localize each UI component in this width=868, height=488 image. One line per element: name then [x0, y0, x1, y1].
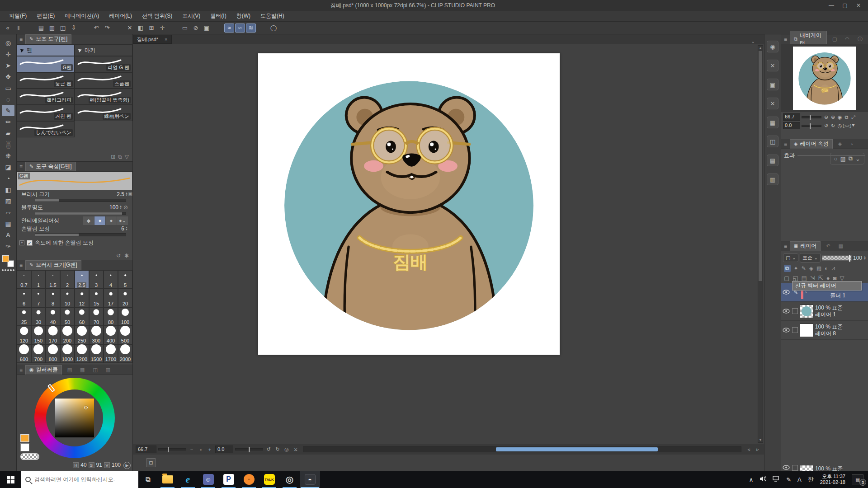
advanced-settings-icon[interactable]: ✱ [124, 253, 129, 259]
menu-item[interactable]: 표시(V) [178, 11, 205, 21]
close-button[interactable]: ✕ [853, 2, 864, 9]
transparent-color-swatch[interactable] [20, 453, 39, 460]
toolbar-icon[interactable]: ∽ [235, 23, 245, 33]
toolbar-icon[interactable]: ⊞ [146, 23, 156, 33]
navigator-rotate-icon[interactable]: ↻ [830, 123, 836, 129]
toolbar-icon[interactable]: ◫ [58, 23, 68, 33]
history-tab-icon[interactable]: ▥ [103, 367, 113, 373]
toolbar-icon[interactable]: ▤ [36, 23, 46, 33]
subtool-item[interactable]: 둥근 펜 [17, 72, 75, 89]
brush-size-cell[interactable]: 0.7 [17, 270, 31, 289]
toolbar-icon[interactable]: ⊘ [191, 23, 201, 33]
sv-marker[interactable] [84, 406, 88, 409]
navigator-zoom-icon[interactable]: ⤢ [850, 114, 857, 120]
brush-size-cell[interactable]: 500 [118, 326, 132, 344]
navigator-rotate-icon[interactable]: ◷ [836, 123, 843, 129]
menu-item[interactable]: 애니메이션(A) [60, 11, 104, 21]
tool-icon[interactable]: ▰ [2, 127, 14, 139]
layer-action-icon[interactable]: ▤ [802, 275, 807, 282]
panel-menu-icon[interactable]: ≡ [784, 141, 787, 147]
effect-icon[interactable]: ⌄ [855, 155, 860, 162]
horizontal-scrollbar[interactable] [303, 446, 741, 452]
maximize-button[interactable]: ▢ [839, 2, 851, 9]
subtool-panel-tab[interactable]: ✎ 보조 도구[펜] [25, 34, 71, 44]
animation-tab-icon[interactable]: ◈ [835, 141, 844, 147]
toolbar-icon[interactable]: « [3, 23, 13, 33]
opacity-setting[interactable]: 불투명도 100 ▲▼ ⊘ [17, 203, 132, 216]
toolbar-icon[interactable]: ⇩ [69, 23, 79, 33]
brush-size-cell[interactable]: 20 [118, 289, 132, 307]
zoom-value[interactable]: 66.7 [136, 446, 156, 453]
brush-size-slider[interactable] [35, 199, 126, 202]
toolbar-icon[interactable]: ✛ [157, 23, 167, 33]
reset-view-icon[interactable]: ◎ [283, 446, 290, 452]
layer-opacity-value[interactable]: 100 [853, 255, 862, 261]
tool-icon[interactable]: ▦ [2, 218, 14, 229]
layer-option-icon[interactable]: ⊿ [831, 265, 836, 272]
brush-size-cell[interactable]: 2.5 [75, 270, 89, 289]
action-center-icon[interactable]: ▤ 3 [852, 474, 863, 484]
brush-size-cell[interactable]: 120 [17, 326, 31, 344]
navigator-rotate-icon[interactable]: ▷◁ [843, 123, 850, 129]
taskbar-app-swirl[interactable]: ◎ [279, 471, 300, 488]
brush-size-cell[interactable]: 12 [75, 289, 89, 307]
spinner-icon[interactable]: ▲▼ [125, 192, 128, 197]
brush-size-cell[interactable]: 10 [60, 289, 75, 307]
layer-select-checkbox[interactable] [792, 327, 798, 333]
tool-icon[interactable]: ✛ [2, 48, 14, 60]
menu-item[interactable]: 파일(F) [5, 11, 31, 21]
brush-size-cell[interactable]: 1200 [75, 344, 89, 363]
collapsed-palette-icon[interactable]: ▤ [767, 155, 778, 166]
subtool-item[interactable]: しんでないペン [17, 121, 75, 137]
tool-icon[interactable]: ▭ [2, 82, 14, 94]
toolbar-icon[interactable]: ▥ [47, 23, 57, 33]
brush-size-cell[interactable]: 6 [17, 289, 31, 307]
scroll-up-icon[interactable]: ▲ [758, 46, 763, 50]
navigator-preview[interactable] [781, 44, 868, 112]
panel-menu-icon[interactable]: ≡ [784, 243, 787, 249]
zoom-reset-icon[interactable]: ▫ [197, 447, 204, 452]
menu-item[interactable]: 편집(E) [32, 11, 59, 21]
subtool-group-tab[interactable]: 마커 [75, 44, 132, 56]
visibility-eye-icon[interactable] [782, 290, 790, 295]
search-input[interactable] [34, 476, 134, 483]
layer-option-icon[interactable]: ◐ [825, 265, 828, 272]
lock-icon[interactable]: ▣ [128, 191, 132, 196]
layer-row-partial[interactable]: 100 % 표준 [781, 465, 868, 471]
information-tab-icon[interactable]: ⓘ [855, 36, 865, 42]
antialias-medium-button[interactable]: ● [106, 216, 117, 225]
hue-marker[interactable] [47, 384, 55, 392]
tool-icon[interactable]: ✎ [2, 105, 14, 116]
color-set-tab-icon[interactable]: ▦ [77, 367, 87, 373]
navigator-zoom-slider[interactable] [802, 116, 821, 118]
subtool-item[interactable]: 거친 펜 [17, 105, 75, 121]
brush-size-cell[interactable]: 50 [60, 307, 75, 326]
panel-menu-icon[interactable]: ≡ [19, 164, 23, 170]
brush-size-cell[interactable]: 700 [31, 344, 46, 363]
flip-view-icon[interactable]: ⧖ [292, 446, 299, 452]
layer-option-icon[interactable]: ⧉ [784, 265, 791, 272]
layer-thumbnail[interactable] [800, 465, 813, 471]
start-button[interactable] [0, 471, 21, 488]
brush-size-cell[interactable]: 250 [75, 326, 89, 344]
ime-mode-korean[interactable]: 한 [808, 475, 814, 483]
opacity-slider[interactable] [35, 212, 126, 215]
layer-option-icon[interactable]: ✎ [802, 265, 806, 272]
brush-size-cell[interactable]: 3 [89, 270, 104, 289]
brush-size-cell[interactable]: 5 [118, 270, 132, 289]
brush-size-cell[interactable]: 15 [89, 289, 104, 307]
brush-size-cell[interactable]: 60 [75, 307, 89, 326]
restore-defaults-icon[interactable]: ↺ [116, 253, 121, 259]
layer-action-icon[interactable]: ◱ [793, 275, 798, 282]
layer-action-icon[interactable]: ▢ [784, 275, 789, 282]
panel-menu-icon[interactable]: ≡ [19, 367, 23, 373]
rotate-right-icon[interactable]: ↻ [274, 446, 281, 452]
taskbar-app-game[interactable]: ꞏꞏ [239, 471, 259, 488]
brush-size-cell[interactable]: 40 [46, 307, 60, 326]
toolbar-icon[interactable]: ▭ [180, 23, 190, 33]
tool-icon[interactable]: ▱ [2, 206, 14, 218]
brush-size-cell[interactable]: 2000 [118, 344, 132, 363]
layer-comp-tab-icon[interactable]: ▦ [835, 243, 845, 249]
color-slider-tab-icon[interactable]: ▤ [65, 367, 75, 373]
layer-thumbnail[interactable] [800, 305, 813, 318]
